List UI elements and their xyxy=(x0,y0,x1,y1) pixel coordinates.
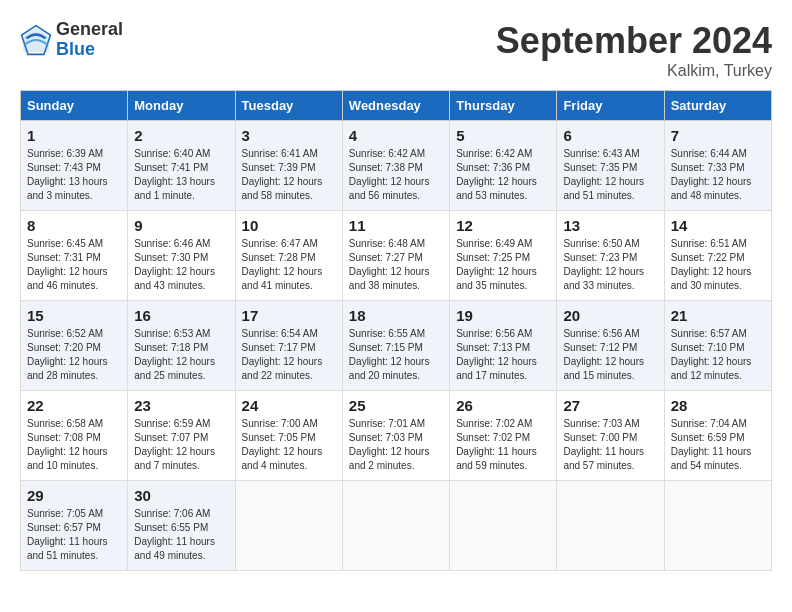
table-row: 25 Sunrise: 7:01 AMSunset: 7:03 PMDaylig… xyxy=(342,391,449,481)
table-row: 15 Sunrise: 6:52 AMSunset: 7:20 PMDaylig… xyxy=(21,301,128,391)
day-info: Sunrise: 6:58 AMSunset: 7:08 PMDaylight:… xyxy=(27,417,121,473)
day-info: Sunrise: 6:40 AMSunset: 7:41 PMDaylight:… xyxy=(134,147,228,203)
day-info: Sunrise: 6:42 AMSunset: 7:36 PMDaylight:… xyxy=(456,147,550,203)
day-number: 10 xyxy=(242,217,336,234)
table-row: 14 Sunrise: 6:51 AMSunset: 7:22 PMDaylig… xyxy=(664,211,771,301)
day-number: 25 xyxy=(349,397,443,414)
header-wednesday: Wednesday xyxy=(342,91,449,121)
day-info: Sunrise: 7:03 AMSunset: 7:00 PMDaylight:… xyxy=(563,417,657,473)
day-number: 9 xyxy=(134,217,228,234)
day-number: 22 xyxy=(27,397,121,414)
logo-general: General xyxy=(56,20,123,40)
day-number: 29 xyxy=(27,487,121,504)
table-row: 24 Sunrise: 7:00 AMSunset: 7:05 PMDaylig… xyxy=(235,391,342,481)
table-row: 5 Sunrise: 6:42 AMSunset: 7:36 PMDayligh… xyxy=(450,121,557,211)
day-number: 21 xyxy=(671,307,765,324)
day-info: Sunrise: 7:01 AMSunset: 7:03 PMDaylight:… xyxy=(349,417,443,473)
table-row: 9 Sunrise: 6:46 AMSunset: 7:30 PMDayligh… xyxy=(128,211,235,301)
header-saturday: Saturday xyxy=(664,91,771,121)
day-info: Sunrise: 7:00 AMSunset: 7:05 PMDaylight:… xyxy=(242,417,336,473)
calendar-header-row: Sunday Monday Tuesday Wednesday Thursday… xyxy=(21,91,772,121)
table-row: 26 Sunrise: 7:02 AMSunset: 7:02 PMDaylig… xyxy=(450,391,557,481)
day-number: 23 xyxy=(134,397,228,414)
table-row: 18 Sunrise: 6:55 AMSunset: 7:15 PMDaylig… xyxy=(342,301,449,391)
day-number: 1 xyxy=(27,127,121,144)
day-number: 11 xyxy=(349,217,443,234)
day-info: Sunrise: 6:56 AMSunset: 7:12 PMDaylight:… xyxy=(563,327,657,383)
table-row: 19 Sunrise: 6:56 AMSunset: 7:13 PMDaylig… xyxy=(450,301,557,391)
day-info: Sunrise: 6:48 AMSunset: 7:27 PMDaylight:… xyxy=(349,237,443,293)
logo: General Blue xyxy=(20,20,123,60)
day-number: 19 xyxy=(456,307,550,324)
title-area: September 2024 Kalkim, Turkey xyxy=(496,20,772,80)
day-info: Sunrise: 6:47 AMSunset: 7:28 PMDaylight:… xyxy=(242,237,336,293)
table-row: 7 Sunrise: 6:44 AMSunset: 7:33 PMDayligh… xyxy=(664,121,771,211)
header-tuesday: Tuesday xyxy=(235,91,342,121)
table-row: 20 Sunrise: 6:56 AMSunset: 7:12 PMDaylig… xyxy=(557,301,664,391)
day-info: Sunrise: 6:50 AMSunset: 7:23 PMDaylight:… xyxy=(563,237,657,293)
table-row: 13 Sunrise: 6:50 AMSunset: 7:23 PMDaylig… xyxy=(557,211,664,301)
table-row: 4 Sunrise: 6:42 AMSunset: 7:38 PMDayligh… xyxy=(342,121,449,211)
day-number: 16 xyxy=(134,307,228,324)
day-number: 6 xyxy=(563,127,657,144)
calendar-table: Sunday Monday Tuesday Wednesday Thursday… xyxy=(20,90,772,571)
day-number: 18 xyxy=(349,307,443,324)
table-row: 28 Sunrise: 7:04 AMSunset: 6:59 PMDaylig… xyxy=(664,391,771,481)
header-friday: Friday xyxy=(557,91,664,121)
table-row: 17 Sunrise: 6:54 AMSunset: 7:17 PMDaylig… xyxy=(235,301,342,391)
table-row: 8 Sunrise: 6:45 AMSunset: 7:31 PMDayligh… xyxy=(21,211,128,301)
table-row: 6 Sunrise: 6:43 AMSunset: 7:35 PMDayligh… xyxy=(557,121,664,211)
day-number: 28 xyxy=(671,397,765,414)
day-number: 17 xyxy=(242,307,336,324)
table-row: 23 Sunrise: 6:59 AMSunset: 7:07 PMDaylig… xyxy=(128,391,235,481)
location: Kalkim, Turkey xyxy=(496,62,772,80)
table-row: 12 Sunrise: 6:49 AMSunset: 7:25 PMDaylig… xyxy=(450,211,557,301)
table-row xyxy=(450,481,557,571)
day-number: 24 xyxy=(242,397,336,414)
day-info: Sunrise: 6:56 AMSunset: 7:13 PMDaylight:… xyxy=(456,327,550,383)
table-row: 29 Sunrise: 7:05 AMSunset: 6:57 PMDaylig… xyxy=(21,481,128,571)
day-number: 7 xyxy=(671,127,765,144)
day-info: Sunrise: 7:04 AMSunset: 6:59 PMDaylight:… xyxy=(671,417,765,473)
table-row: 22 Sunrise: 6:58 AMSunset: 7:08 PMDaylig… xyxy=(21,391,128,481)
logo-text: General Blue xyxy=(56,20,123,60)
day-info: Sunrise: 6:57 AMSunset: 7:10 PMDaylight:… xyxy=(671,327,765,383)
day-info: Sunrise: 6:54 AMSunset: 7:17 PMDaylight:… xyxy=(242,327,336,383)
calendar-row: 29 Sunrise: 7:05 AMSunset: 6:57 PMDaylig… xyxy=(21,481,772,571)
day-info: Sunrise: 6:39 AMSunset: 7:43 PMDaylight:… xyxy=(27,147,121,203)
table-row: 3 Sunrise: 6:41 AMSunset: 7:39 PMDayligh… xyxy=(235,121,342,211)
month-title: September 2024 xyxy=(496,20,772,62)
day-number: 2 xyxy=(134,127,228,144)
day-info: Sunrise: 6:51 AMSunset: 7:22 PMDaylight:… xyxy=(671,237,765,293)
day-number: 26 xyxy=(456,397,550,414)
table-row xyxy=(557,481,664,571)
day-info: Sunrise: 6:44 AMSunset: 7:33 PMDaylight:… xyxy=(671,147,765,203)
day-number: 13 xyxy=(563,217,657,234)
calendar-row: 15 Sunrise: 6:52 AMSunset: 7:20 PMDaylig… xyxy=(21,301,772,391)
table-row: 10 Sunrise: 6:47 AMSunset: 7:28 PMDaylig… xyxy=(235,211,342,301)
table-row: 27 Sunrise: 7:03 AMSunset: 7:00 PMDaylig… xyxy=(557,391,664,481)
day-number: 30 xyxy=(134,487,228,504)
table-row: 16 Sunrise: 6:53 AMSunset: 7:18 PMDaylig… xyxy=(128,301,235,391)
day-info: Sunrise: 6:49 AMSunset: 7:25 PMDaylight:… xyxy=(456,237,550,293)
header-thursday: Thursday xyxy=(450,91,557,121)
calendar-row: 1 Sunrise: 6:39 AMSunset: 7:43 PMDayligh… xyxy=(21,121,772,211)
table-row xyxy=(664,481,771,571)
header-sunday: Sunday xyxy=(21,91,128,121)
day-number: 8 xyxy=(27,217,121,234)
day-info: Sunrise: 6:52 AMSunset: 7:20 PMDaylight:… xyxy=(27,327,121,383)
day-number: 4 xyxy=(349,127,443,144)
day-info: Sunrise: 6:53 AMSunset: 7:18 PMDaylight:… xyxy=(134,327,228,383)
day-number: 27 xyxy=(563,397,657,414)
day-info: Sunrise: 6:55 AMSunset: 7:15 PMDaylight:… xyxy=(349,327,443,383)
day-number: 14 xyxy=(671,217,765,234)
day-number: 12 xyxy=(456,217,550,234)
table-row: 21 Sunrise: 6:57 AMSunset: 7:10 PMDaylig… xyxy=(664,301,771,391)
day-number: 5 xyxy=(456,127,550,144)
logo-blue: Blue xyxy=(56,40,123,60)
table-row xyxy=(342,481,449,571)
day-number: 15 xyxy=(27,307,121,324)
day-info: Sunrise: 7:06 AMSunset: 6:55 PMDaylight:… xyxy=(134,507,228,563)
table-row: 2 Sunrise: 6:40 AMSunset: 7:41 PMDayligh… xyxy=(128,121,235,211)
logo-icon xyxy=(20,24,52,56)
